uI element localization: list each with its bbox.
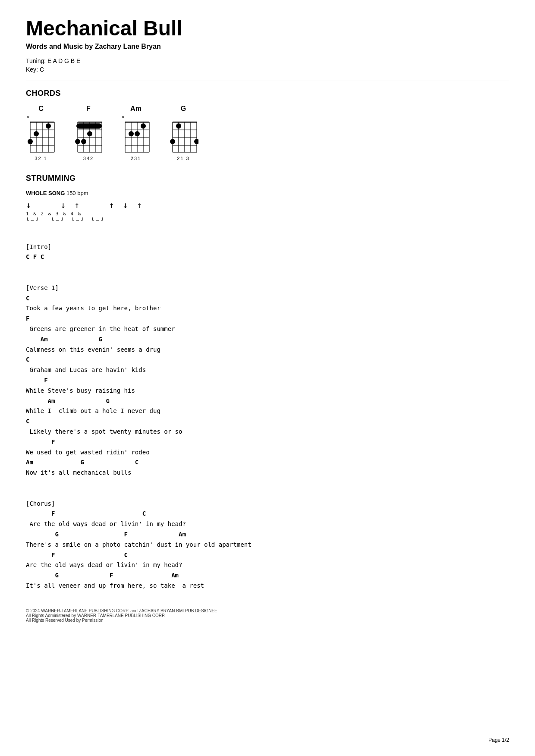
chord-am: Am × 231 bbox=[121, 105, 151, 161]
svg-point-50 bbox=[176, 123, 181, 129]
chord-line: F bbox=[26, 314, 509, 324]
svg-point-11 bbox=[34, 131, 39, 136]
svg-point-12 bbox=[28, 139, 33, 144]
whole-song-label: WHOLE SONG 150 bpm bbox=[26, 190, 509, 196]
svg-point-25 bbox=[81, 139, 86, 144]
strum-pattern: ↓ ↓ ↑ ↑ ↓ ↑ bbox=[26, 200, 509, 210]
chord-line: G F Am bbox=[26, 529, 509, 540]
lyric-line: Now it's all mechanical bulls bbox=[26, 468, 509, 478]
chord-line: Am G C bbox=[26, 457, 509, 468]
divider bbox=[26, 81, 509, 81]
chord-f-svg bbox=[73, 120, 104, 154]
chords-heading: CHORDS bbox=[26, 89, 509, 98]
strumming-section: WHOLE SONG 150 bpm ↓ ↓ ↑ ↑ ↓ ↑ 1 & 2 & 3… bbox=[26, 190, 509, 223]
chord-line: C bbox=[26, 416, 509, 427]
chord-am-fingers: 231 bbox=[131, 156, 141, 161]
footer-line1: © 2024 WARNER-TAMERLANE PUBLISHING CORP.… bbox=[26, 608, 509, 613]
lyric-line: Greens are greener in the heat of summer bbox=[26, 324, 509, 334]
svg-point-39 bbox=[141, 123, 146, 129]
chord-am-svg bbox=[121, 120, 151, 154]
chord-c: C × 32 1 bbox=[26, 105, 56, 161]
chord-f-fingers: 342 bbox=[83, 156, 94, 161]
blank-line bbox=[26, 262, 509, 273]
lyric-line: Took a few years to get here, brother bbox=[26, 303, 509, 314]
subtitle: Words and Music by Zachary Lane Bryan bbox=[26, 43, 509, 50]
chord-g-name: G bbox=[181, 105, 186, 113]
chord-am-mute: × bbox=[121, 114, 151, 120]
chord-line: C bbox=[26, 293, 509, 304]
chord-c-mute: × bbox=[26, 114, 56, 120]
chord-g: G 21 3 bbox=[168, 105, 198, 161]
strum-beats: 1 & 2 & 3 & 4 & bbox=[26, 211, 509, 217]
bpm-label: 150 bpm bbox=[66, 190, 88, 196]
svg-point-51 bbox=[170, 139, 175, 144]
chord-line: C bbox=[26, 355, 509, 365]
chord-f-name: F bbox=[86, 105, 91, 113]
chords-row: C × 32 1 F bbox=[26, 105, 509, 161]
tuning-info: Tuning: E A D G B E bbox=[26, 57, 509, 64]
svg-point-26 bbox=[75, 139, 80, 144]
footer: © 2024 WARNER-TAMERLANE PUBLISHING CORP.… bbox=[26, 608, 509, 623]
lyric-line: It's all veneer and up from here, so tak… bbox=[26, 581, 509, 591]
chord-line: F bbox=[26, 437, 509, 447]
section-label: [Verse 1] bbox=[26, 283, 509, 293]
chord-line: F bbox=[26, 375, 509, 386]
lyric-line: Graham and Lucas are havin' kids bbox=[26, 365, 509, 375]
chord-c-name: C bbox=[38, 105, 44, 113]
chord-f: F 342 bbox=[73, 105, 104, 161]
lyric-line: There's a smile on a photo catchin' dust… bbox=[26, 540, 509, 550]
svg-point-24 bbox=[87, 131, 92, 136]
lyric-line: We used to get wasted ridin' rodeo bbox=[26, 447, 509, 458]
lyric-line: While I climb out a hole I never dug bbox=[26, 406, 509, 416]
chord-g-svg bbox=[168, 120, 198, 154]
svg-point-52 bbox=[194, 139, 198, 144]
lyric-line: Calmness on this evenin' seems a drug bbox=[26, 345, 509, 355]
lyric-line: While Steve's busy raising his bbox=[26, 386, 509, 396]
svg-point-38 bbox=[135, 131, 140, 136]
blank-line bbox=[26, 478, 509, 488]
chord-g-mute bbox=[168, 114, 198, 120]
chord-f-mute bbox=[73, 114, 104, 120]
strumming-heading: STRUMMING bbox=[26, 174, 509, 183]
chord-c-svg bbox=[26, 120, 56, 154]
blank-line bbox=[26, 232, 509, 242]
footer-line2: All Rights Administered by WARNER-TAMERL… bbox=[26, 613, 509, 618]
key-info: Key: C bbox=[26, 66, 509, 73]
lyric-line: Are the old ways dead or livin' in my he… bbox=[26, 560, 509, 570]
chord-line: G F Am bbox=[26, 570, 509, 581]
chord-c-fingers: 32 1 bbox=[35, 156, 47, 161]
section-label: [Intro] bbox=[26, 242, 509, 252]
chord-line: C F C bbox=[26, 252, 509, 262]
chord-line: Am G bbox=[26, 334, 509, 345]
page-title: Mechanical Bull bbox=[26, 17, 509, 40]
chord-line: F C bbox=[26, 550, 509, 561]
chord-line: F C bbox=[26, 509, 509, 519]
lyric-line: Likely there's a spot twenty minutes or … bbox=[26, 427, 509, 437]
strum-brackets: └─┘ └─┘ └─┘ └─┘ bbox=[26, 217, 509, 223]
blank-line bbox=[26, 273, 509, 283]
section-label: [Chorus] bbox=[26, 499, 509, 509]
svg-point-10 bbox=[46, 123, 51, 129]
blank-line bbox=[26, 488, 509, 499]
chord-g-fingers: 21 3 bbox=[177, 156, 189, 161]
footer-line3: All Rights Reserved Used by Permission bbox=[26, 618, 509, 623]
song-content: [Intro]C F C [Verse 1]CTook a few years … bbox=[26, 232, 509, 591]
chord-line: Am G bbox=[26, 396, 509, 406]
svg-point-37 bbox=[129, 131, 134, 136]
svg-rect-23 bbox=[76, 123, 102, 129]
lyric-line: Are the old ways dead or livin' in my he… bbox=[26, 519, 509, 529]
chord-am-name: Am bbox=[130, 105, 142, 113]
